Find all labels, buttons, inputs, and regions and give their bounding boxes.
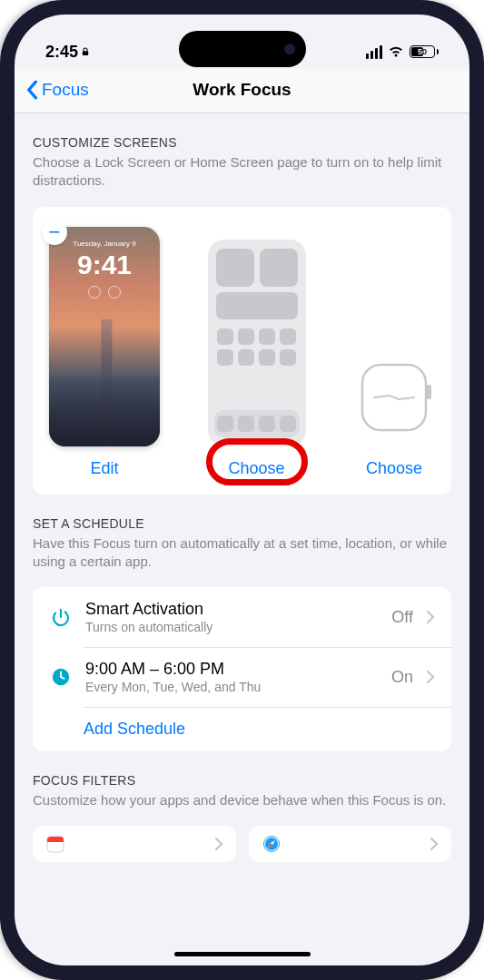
lock-time: 9:41 [58, 250, 151, 280]
filters-header: Focus Filters [33, 773, 451, 788]
screen: 2:45 50 Focus Work Focus Customize Scr [15, 15, 469, 965]
add-schedule-link[interactable]: Add Schedule [84, 720, 185, 738]
lock-screen-option[interactable]: − Tuesday, January 9 9:41 Edit [49, 227, 160, 478]
watch-preview[interactable] [353, 348, 435, 446]
home-screen-action[interactable]: Choose [228, 459, 284, 478]
smart-value: Off [391, 608, 413, 627]
chevron-right-icon [214, 837, 223, 851]
clock-icon [49, 665, 73, 689]
remove-lockscreen-button[interactable]: − [42, 220, 67, 245]
lock-screen-preview[interactable]: Tuesday, January 9 9:41 [49, 227, 160, 446]
chevron-right-icon [426, 670, 435, 684]
content-scroll[interactable]: Customize Screens Choose a Lock Screen o… [15, 113, 469, 963]
back-label: Focus [42, 80, 89, 100]
battery-indicator: 50 [410, 45, 439, 58]
lock-date: Tuesday, January 9 [58, 240, 151, 248]
lock-screen-action[interactable]: Edit [90, 459, 118, 478]
status-time: 2:45 [45, 43, 78, 62]
iphone-frame: 2:45 50 Focus Work Focus Customize Scr [0, 0, 484, 980]
watch-icon [355, 352, 433, 443]
wifi-icon [388, 45, 404, 58]
schedule-card: Smart Activation Turns on automatically … [33, 587, 451, 751]
nav-bar: Focus Work Focus [15, 69, 469, 113]
dynamic-island [179, 31, 306, 67]
svg-rect-2 [426, 385, 431, 399]
time-title: 9:00 AM – 6:00 PM [85, 660, 379, 679]
chevron-right-icon [430, 837, 439, 851]
smart-activation-row[interactable]: Smart Activation Turns on automatically … [33, 587, 451, 647]
smart-sub: Turns on automatically [85, 620, 379, 634]
time-schedule-row[interactable]: 9:00 AM – 6:00 PM Every Mon, Tue, Wed, a… [33, 647, 451, 707]
customize-section-header: Customize Screens Choose a Lock Screen o… [15, 113, 469, 198]
svg-rect-8 [47, 840, 64, 842]
chevron-left-icon [25, 80, 38, 100]
calendar-icon [45, 834, 65, 854]
svg-rect-0 [83, 51, 88, 55]
smart-title: Smart Activation [85, 600, 379, 619]
back-button[interactable]: Focus [25, 80, 89, 100]
customize-header: Customize Screens [33, 135, 451, 150]
time-value: On [391, 668, 413, 687]
schedule-section-header: Set a Schedule Have this Focus turn on a… [15, 495, 469, 579]
home-indicator[interactable] [174, 952, 311, 956]
cellular-signal-icon [366, 45, 382, 59]
time-sub: Every Mon, Tue, Wed, and Thu [85, 680, 379, 694]
filter-safari[interactable] [249, 826, 452, 862]
filters-desc: Customize how your apps and device behav… [33, 791, 451, 809]
watch-option[interactable]: Choose [353, 348, 435, 478]
filter-calendar[interactable] [33, 826, 236, 862]
watch-action[interactable]: Choose [366, 459, 422, 478]
chevron-right-icon [426, 610, 435, 624]
add-schedule-row[interactable]: Add Schedule [33, 707, 451, 751]
screens-card: − Tuesday, January 9 9:41 Edit [33, 207, 451, 495]
schedule-desc: Have this Focus turn on automatically at… [33, 534, 451, 572]
lock-icon [82, 47, 89, 56]
safari-icon [262, 834, 282, 854]
filters-row [15, 826, 469, 862]
power-icon [49, 605, 73, 629]
schedule-header: Set a Schedule [33, 516, 451, 531]
home-screen-option[interactable]: Choose [208, 240, 306, 478]
customize-desc: Choose a Lock Screen or Home Screen page… [33, 153, 451, 191]
page-title: Work Focus [193, 80, 291, 100]
filters-section-header: Focus Filters Customize how your apps an… [15, 751, 469, 817]
home-screen-preview[interactable] [208, 240, 306, 446]
